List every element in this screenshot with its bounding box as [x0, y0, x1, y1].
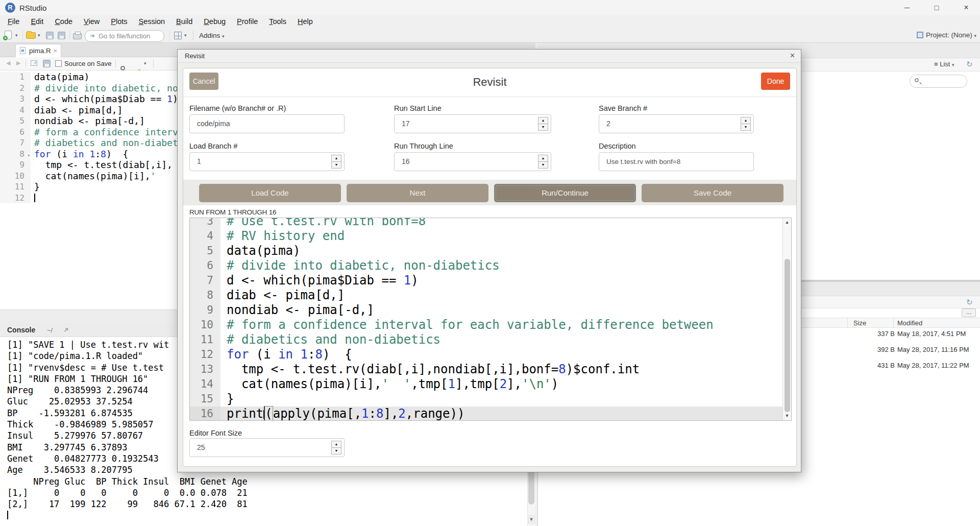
goto-file-input[interactable]: Go to file/function: [85, 30, 164, 42]
workspace-panes-button[interactable]: [174, 32, 182, 41]
load-branch-spinner[interactable]: ▲▼: [331, 155, 341, 169]
scroll-up-icon[interactable]: ▲: [783, 218, 791, 227]
console-scroll-down-icon[interactable]: ▼: [527, 515, 535, 524]
file-size: 337 B: [844, 330, 895, 338]
dialog-scrollbar-thumb[interactable]: [785, 259, 790, 412]
files-refresh-icon[interactable]: ↻: [966, 298, 973, 307]
code-line-7: 7d <- which(pima$Diab == 1): [190, 273, 783, 288]
menu-help[interactable]: Help: [292, 15, 318, 27]
r-script-icon: R: [20, 47, 26, 54]
run-start-label: Run Start Line: [394, 104, 442, 112]
run-continue-button[interactable]: Run/Continue: [494, 184, 636, 202]
new-file-dropdown[interactable]: ▾: [15, 33, 18, 38]
load-code-button[interactable]: Load Code: [199, 184, 341, 202]
file-modified: May 28, 2017, 11:16 PM: [897, 346, 969, 353]
menu-code[interactable]: Code: [49, 15, 78, 27]
menu-plots[interactable]: Plots: [105, 15, 133, 27]
env-refresh-icon[interactable]: ↻: [966, 60, 973, 69]
panes-grid-icon: [174, 32, 182, 39]
text-cursor: [34, 194, 35, 202]
scroll-down-icon[interactable]: ▼: [783, 412, 791, 420]
next-button[interactable]: Next: [347, 184, 488, 202]
save-button[interactable]: [46, 32, 54, 41]
goto-arrow-icon: ➔: [90, 32, 95, 39]
description-label: Description: [599, 142, 636, 150]
open-recent-dropdown[interactable]: ▾: [38, 33, 40, 38]
done-button[interactable]: Done: [761, 73, 790, 90]
menu-bar: FileEditCodeViewPlotsSessionBuildDebugPr…: [0, 15, 980, 29]
console-path[interactable]: ~/: [47, 326, 53, 334]
console-line: [2,] 17 199 122 99 846 67.1 2.420 81: [7, 498, 527, 510]
code-line-13: 13 tmp <- t.test.rv(diab[,i],nondiab[,i]…: [190, 362, 783, 377]
save-code-button[interactable]: Save Code: [642, 184, 783, 202]
open-file-button[interactable]: [26, 32, 36, 41]
new-file-icon: +: [5, 31, 12, 39]
dialog-code-editor[interactable]: 3# Use t.test.rv with bonf=84# RV histor…: [189, 218, 792, 421]
editor-save-icon: [43, 60, 51, 67]
dialog-panel: Cancel Revisit Done Filename (w/o Branch…: [183, 68, 797, 467]
dialog-code-scrollbar[interactable]: ▲ ▼: [782, 218, 791, 420]
window-title: RStudio: [19, 4, 46, 12]
tab-pima[interactable]: R pima.R ×: [15, 44, 61, 58]
dialog-heading: Revisit: [183, 76, 796, 89]
console-title: Console: [7, 326, 35, 334]
dialog-close-icon[interactable]: ×: [790, 51, 795, 60]
column-size[interactable]: Size: [853, 319, 866, 327]
panes-dropdown[interactable]: ▾: [184, 33, 187, 38]
run-start-spinner[interactable]: ▲▼: [538, 117, 548, 131]
find-icon[interactable]: [120, 66, 125, 70]
maximize-button[interactable]: □: [922, 0, 951, 15]
menu-edit[interactable]: Edit: [25, 15, 49, 27]
forward-icon[interactable]: ▶: [16, 60, 20, 66]
load-branch-input[interactable]: 1 ▲▼: [189, 152, 345, 171]
run-through-input[interactable]: 16 ▲▼: [394, 152, 551, 171]
close-button[interactable]: ×: [951, 0, 980, 15]
code-line-4: 4# RV history end: [190, 229, 783, 244]
description-input[interactable]: Use t.test.rv with bonf=8: [599, 152, 754, 171]
project-menu[interactable]: Project: (None) ▾: [917, 31, 976, 39]
run-start-input[interactable]: 17 ▲▼: [394, 114, 551, 133]
code-line-3: 3# Use t.test.rv with bonf=8: [190, 218, 783, 229]
files-more-button[interactable]: ...: [962, 308, 976, 317]
save-branch-label: Save Branch #: [599, 104, 647, 112]
print-button[interactable]: [73, 32, 82, 41]
code-line-5: 5data(pima): [190, 244, 783, 258]
project-icon: [917, 32, 923, 38]
save-branch-input[interactable]: 2 ▲▼: [599, 114, 754, 133]
new-file-button[interactable]: +: [5, 31, 12, 41]
code-tools-dropdown[interactable]: ▾: [144, 61, 146, 66]
filename-input[interactable]: code/pima: [189, 114, 345, 133]
menu-profile[interactable]: Profile: [231, 15, 263, 27]
save-all-button[interactable]: [58, 32, 65, 41]
save-branch-spinner[interactable]: ▲▼: [741, 117, 751, 131]
editor-font-size-input[interactable]: 25 ▲▼: [189, 438, 345, 457]
menu-tools[interactable]: Tools: [263, 15, 292, 27]
menu-build[interactable]: Build: [170, 15, 198, 27]
back-icon[interactable]: ◀: [6, 60, 10, 66]
save-icon: [46, 32, 54, 39]
open-folder-icon: [26, 32, 36, 39]
run-through-spinner[interactable]: ▲▼: [538, 155, 548, 169]
dialog-button-strip: Load CodeNextRun/ContinueSave Code: [183, 180, 796, 205]
menu-file[interactable]: File: [2, 15, 25, 27]
column-modified[interactable]: Modified: [897, 319, 922, 327]
minimize-button[interactable]: ─: [892, 0, 922, 15]
menu-view[interactable]: View: [78, 15, 105, 27]
code-line-9: 9nondiab <- pima[-d,]: [190, 303, 783, 318]
file-size: 431 B: [844, 362, 895, 369]
menu-debug[interactable]: Debug: [198, 15, 231, 27]
addins-menu[interactable]: Addins ▾: [199, 32, 225, 39]
file-size: 392 B: [844, 346, 895, 353]
tab-close-icon[interactable]: ×: [53, 44, 57, 57]
dialog-title-bar[interactable]: Revisit ×: [178, 50, 801, 63]
popout-icon[interactable]: ↗: [31, 60, 37, 66]
menu-session[interactable]: Session: [133, 15, 171, 27]
source-on-save-checkbox[interactable]: [55, 60, 62, 67]
print-icon: [73, 33, 82, 39]
env-list-dropdown[interactable]: ≡ List ▾: [934, 60, 954, 68]
editor-font-size-spinner[interactable]: ▲▼: [331, 441, 341, 455]
console-prompt-line[interactable]: [7, 510, 527, 521]
file-modified: May 18, 2017, 4:51 PM: [897, 330, 966, 338]
dialog-window-title: Revisit: [185, 52, 205, 60]
editor-save-button[interactable]: [43, 60, 51, 69]
